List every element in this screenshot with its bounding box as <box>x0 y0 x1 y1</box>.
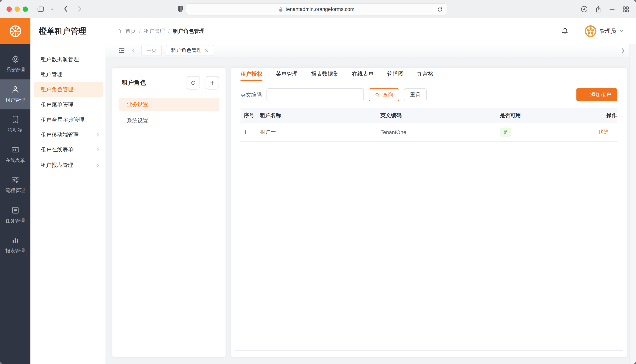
chevron-right-icon <box>96 133 100 137</box>
sidebar-item-tenant-report[interactable]: 租户报表管理 <box>31 158 105 173</box>
refresh-button[interactable] <box>187 76 200 89</box>
search-icon <box>375 92 380 98</box>
breadcrumb-item-tenant[interactable]: 租户管理 <box>144 28 165 35</box>
panel-title: 租户角色 <box>122 79 146 86</box>
rail-item-label: 移动端 <box>8 127 23 134</box>
rail-item-label: 流程管理 <box>6 187 25 194</box>
rail-item-mobile[interactable]: 移动端 <box>0 109 31 140</box>
reset-button[interactable]: 重置 <box>404 88 427 102</box>
chevron-right-icon[interactable] <box>620 48 625 53</box>
tenant-role-panel: 租户角色 业务设置 系统设置 <box>112 68 226 357</box>
detail-tabs: 租户授权 菜单管理 报表数据集 在线表单 轮播图 九宫格 <box>241 68 617 81</box>
breadcrumb-item-current: 租户角色管理 <box>173 28 204 35</box>
bell-icon[interactable] <box>561 27 568 35</box>
user-icon <box>11 85 20 94</box>
tab-tenant-auth[interactable]: 租户授权 <box>241 68 262 80</box>
col-index: 序号 <box>241 112 260 119</box>
chevron-left-icon[interactable] <box>131 48 136 53</box>
cell-index: 1 <box>241 129 260 135</box>
sidebar-item-tenant-role[interactable]: 租户角色管理 <box>34 82 103 97</box>
cell-name: 租户一 <box>260 128 380 136</box>
close-icon[interactable] <box>205 48 209 52</box>
header-divider <box>577 26 577 36</box>
cell-code: TenantOne <box>380 129 500 135</box>
tab-menu-mgmt[interactable]: 菜单管理 <box>276 68 298 80</box>
app-logo <box>0 18 31 44</box>
home-icon <box>116 28 122 34</box>
tab-grid9[interactable]: 九宫格 <box>417 68 433 80</box>
status-badge: 是 <box>500 128 511 136</box>
sidebar-item-tenant[interactable]: 租户管理 <box>31 67 105 82</box>
user-menu[interactable]: 管理员 <box>584 25 624 37</box>
chevron-down-icon[interactable] <box>50 7 54 11</box>
rail-item-label: 任务管理 <box>6 218 25 224</box>
tab-home[interactable]: 主页 <box>141 45 162 56</box>
minimize-window-button[interactable] <box>15 6 20 12</box>
share-icon[interactable] <box>595 5 602 13</box>
tab-carousel[interactable]: 轮播图 <box>387 68 404 80</box>
rail-item-tenant[interactable]: 租户管理 <box>0 79 31 109</box>
sidebar-toggle-icon[interactable] <box>37 5 45 13</box>
add-tenant-button[interactable]: 添加租户 <box>576 88 617 102</box>
rail-item-workflow[interactable]: 流程管理 <box>0 170 31 200</box>
rail-item-label: 在线表单 <box>6 157 25 164</box>
rail-item-task[interactable]: 任务管理 <box>0 200 31 230</box>
chevron-right-icon <box>96 148 100 152</box>
col-available: 是否可用 <box>500 112 597 119</box>
role-item-system[interactable]: 系统设置 <box>112 114 226 128</box>
rail-item-online-form[interactable]: 在线表单 <box>0 140 31 170</box>
search-toolbar: 英文编码 查询 重置 <box>241 88 617 102</box>
pagination-divider <box>235 350 622 351</box>
downloads-button[interactable] <box>580 5 588 13</box>
sliders-icon <box>11 176 20 184</box>
forward-button[interactable] <box>77 6 82 12</box>
shield-icon[interactable] <box>177 5 183 13</box>
sidebar-item-tenant-mobile[interactable]: 租户移动端管理 <box>31 128 105 142</box>
remove-link[interactable]: 移除 <box>598 129 609 135</box>
sidebar-item-tenant-form[interactable]: 租户在线表单 <box>31 142 105 158</box>
url-text: tenantadmin.orangeforms.com <box>286 6 354 12</box>
rail-item-report[interactable]: 报表管理 <box>0 230 31 260</box>
add-role-button[interactable] <box>206 76 219 89</box>
mobile-icon <box>11 115 20 124</box>
scrollbar-track[interactable] <box>629 44 636 364</box>
back-button[interactable] <box>63 6 69 12</box>
tab-report-dataset[interactable]: 报表数据集 <box>311 68 339 80</box>
rail-item-system[interactable]: 系统管理 <box>0 49 31 79</box>
col-name: 租户名称 <box>260 112 380 119</box>
breadcrumb-item-home[interactable]: 首页 <box>125 28 136 35</box>
main-content: 主页 租户角色管理 租户角色 <box>105 44 636 364</box>
zoom-window-button[interactable] <box>23 6 28 12</box>
chevron-down-icon <box>619 29 624 33</box>
table-header-row: 序号 租户名称 英文编码 是否可用 操作 <box>241 108 617 123</box>
avatar-orange-icon <box>584 25 596 37</box>
bar-chart-icon <box>11 236 20 245</box>
rail-item-label: 租户管理 <box>6 97 25 104</box>
collapse-menu-icon[interactable] <box>118 47 125 54</box>
new-tab-button[interactable] <box>608 6 616 13</box>
col-actions: 操作 <box>597 112 617 119</box>
sidebar-item-dict[interactable]: 租户全局字典管理 <box>31 112 105 128</box>
english-code-input[interactable] <box>267 88 364 102</box>
query-button[interactable]: 查询 <box>369 88 399 102</box>
app-header: 橙单租户管理 首页 / 租户管理 / 租户角色管理 <box>0 18 636 44</box>
user-name: 管理员 <box>600 28 616 35</box>
search-field-label: 英文编码 <box>241 91 262 98</box>
sidebar-item-tenant-menu[interactable]: 租户菜单管理 <box>31 97 105 112</box>
task-icon <box>11 206 20 214</box>
page-tab-strip: 主页 租户角色管理 <box>105 44 636 57</box>
tab-online-form[interactable]: 在线表单 <box>352 68 374 80</box>
tab-tenant-role[interactable]: 租户角色管理 <box>166 45 214 56</box>
browser-chrome: tenantadmin.orangeforms.com <box>0 0 636 18</box>
url-bar[interactable]: tenantadmin.orangeforms.com <box>186 3 448 15</box>
role-item-business[interactable]: 业务设置 <box>119 98 220 112</box>
sidebar-item-datasource[interactable]: 租户数据源管理 <box>31 52 105 67</box>
secondary-sidebar: 租户数据源管理 租户管理 租户角色管理 租户菜单管理 租户全局字典管理 租户移动… <box>31 44 105 364</box>
table-row: 1 租户一 TenantOne 是 移除 <box>241 123 617 142</box>
reload-icon[interactable] <box>437 6 443 12</box>
browser-window: tenantadmin.orangeforms.com <box>0 0 636 364</box>
tab-overview-button[interactable] <box>622 6 629 13</box>
form-icon <box>11 145 20 154</box>
rail-item-label: 系统管理 <box>6 66 25 73</box>
close-window-button[interactable] <box>7 6 12 12</box>
